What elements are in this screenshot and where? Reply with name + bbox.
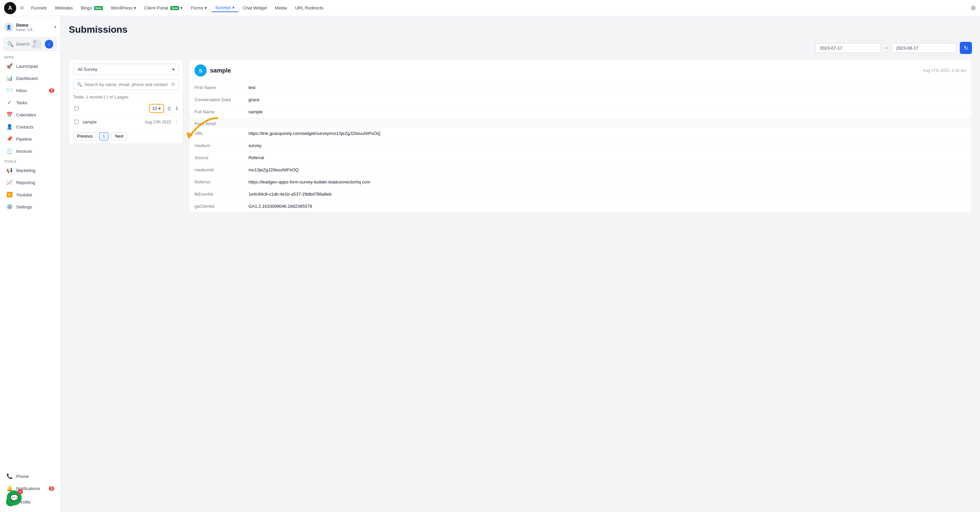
calendars-icon: 📅 <box>6 112 13 118</box>
sidebar-item-inbox[interactable]: ✉️ Inbox 0 <box>2 85 58 96</box>
inbox-icon: ✉️ <box>6 87 13 93</box>
page-title: Submissions <box>69 24 972 35</box>
nav-item-url-redirects[interactable]: URL Redirects <box>292 4 327 12</box>
two-panel: All Survey ▾ 🔍 ⚙ Totals: 1 records | 1 o… <box>69 59 972 212</box>
field-key: Conversation Data <box>189 94 243 106</box>
refresh-button[interactable]: ↻ <box>960 42 972 54</box>
field-value: grace <box>243 94 972 106</box>
sidebar-item-calendars[interactable]: 📅 Calendars <box>2 109 58 120</box>
settings-icon: ⚙️ <box>6 204 13 210</box>
tasks-icon: ✓ <box>6 99 13 105</box>
nav-item-media[interactable]: Media <box>272 4 290 12</box>
nav-item-chat-widget[interactable]: Chat Widget <box>239 4 270 12</box>
left-panel: All Survey ▾ 🔍 ⚙ Totals: 1 records | 1 o… <box>69 59 183 144</box>
contacts-icon: 👤 <box>6 124 13 130</box>
page-field-key: Source <box>189 152 243 164</box>
sidebar-item-settings[interactable]: ⚙️ Settings <box>2 201 58 212</box>
detail-row: Conversation Data grace <box>189 94 972 106</box>
tools-section-label: Tools <box>0 157 60 164</box>
gear-icon[interactable]: ⚙ <box>970 5 976 12</box>
select-all-checkbox[interactable] <box>73 106 80 111</box>
sidebar-item-marketing[interactable]: 📢 Marketing <box>2 164 58 176</box>
chevron-down-icon: ▾ <box>172 67 175 72</box>
reporting-icon: 📈 <box>6 179 13 185</box>
nav-item-forms[interactable]: Forms ▾ <box>188 4 210 12</box>
per-page-select[interactable]: 10 ▾ <box>149 104 164 113</box>
blogs-new-badge: New <box>94 6 103 10</box>
sidebar-search[interactable]: 🔍 Search ⌘ K ↑ <box>3 37 57 51</box>
date-end-input[interactable] <box>892 43 957 53</box>
filter-icon[interactable]: ⚙ <box>171 81 175 87</box>
upload-button[interactable]: ↑ <box>45 40 53 49</box>
youtube-icon: ▶️ <box>6 191 13 198</box>
nav-item-websites[interactable]: Websites <box>52 4 76 12</box>
page-detail-label: Page detail <box>189 118 972 128</box>
sidebar-item-youtube[interactable]: ▶️ Youtube <box>2 189 58 200</box>
page-field-value: https://link.goacquirely.com/widget/surv… <box>243 128 972 140</box>
main-content: Submissions → ↻ All Survey ▾ 🔍 ⚙ <box>61 16 980 512</box>
marketing-icon: 📢 <box>6 167 13 173</box>
date-range-bar: → ↻ <box>69 42 972 54</box>
pipeline-icon: 📌 <box>6 136 13 142</box>
detail-row: URL https://link.goacquirely.com/widget/… <box>189 128 972 140</box>
table-row[interactable]: sample Aug 17th 2023 ⋮ <box>69 115 183 129</box>
row-date: Aug 17th 2023 <box>145 120 171 124</box>
sidebar-item-pipeline[interactable]: 📌 Pipeline <box>2 133 58 145</box>
page-field-key: mediumId <box>189 164 243 176</box>
client-portal-new-badge: New <box>170 6 179 10</box>
page-detail-table: URL https://link.goacquirely.com/widget/… <box>189 128 972 212</box>
row-menu-icon[interactable]: ⋮ <box>173 119 179 125</box>
sidebar-item-launchpad[interactable]: 🚀 Launchpad <box>2 61 58 72</box>
previous-button[interactable]: Previous <box>73 132 96 140</box>
chevron-down-icon: ▾ <box>158 106 161 111</box>
sidebar-item-contacts[interactable]: 👤 Contacts <box>2 121 58 132</box>
top-nav: A ≡ Funnels Websites Blogs New WordPress… <box>0 0 980 16</box>
invoices-icon: 🧾 <box>6 148 13 154</box>
detail-table: First Name test Conversation Data grace … <box>189 81 972 118</box>
chat-icon: 💬 <box>10 494 19 502</box>
user-location: Irvine, CA <box>16 28 52 32</box>
phone-icon: 📞 <box>6 473 13 479</box>
sidebar-item-phone[interactable]: 📞 Phone <box>2 471 58 482</box>
search-icon: 🔍 <box>77 82 82 87</box>
sidebar-user[interactable]: 👤 Demo Irvine, CA ▾ <box>0 19 60 35</box>
detail-timestamp: Aug 17th 2023, 2:18 am <box>923 68 966 73</box>
right-panel: S sample Aug 17th 2023, 2:18 am First Na… <box>189 59 972 212</box>
detail-row: First Name test <box>189 81 972 94</box>
page-field-key: fbEventId <box>189 188 243 200</box>
detail-header: S sample Aug 17th 2023, 2:18 am <box>189 60 972 81</box>
search-bar: 🔍 ⚙ <box>73 79 179 90</box>
delete-button[interactable]: 🗑 <box>167 105 172 111</box>
page-field-value: GA1.2.1633099046.1682385578 <box>243 200 972 212</box>
nav-item-client-portal[interactable]: Client Portal New ▾ <box>141 4 186 12</box>
chat-fab[interactable]: 💬 5 <box>7 490 22 505</box>
hamburger-icon[interactable]: ≡ <box>20 5 24 11</box>
next-button[interactable]: Next <box>111 132 127 140</box>
field-value: sample <box>243 106 972 118</box>
notifications-badge: 5 <box>49 486 54 491</box>
row-checkbox[interactable] <box>73 120 80 124</box>
date-start-input[interactable] <box>816 43 881 53</box>
detail-row: mediumId mo13jeZgJ20euuNIPsOQ <box>189 164 972 176</box>
detail-name: sample <box>210 67 920 74</box>
search-icon: 🔍 <box>7 41 14 47</box>
sidebar-item-invoices[interactable]: 🧾 Invoices <box>2 145 58 157</box>
nav-item-surveys[interactable]: Surveys ▾ <box>212 4 238 12</box>
sidebar-item-reporting[interactable]: 📈 Reporting <box>2 177 58 188</box>
nav-item-funnels[interactable]: Funnels <box>28 4 50 12</box>
download-button[interactable]: ⬇ <box>175 105 179 112</box>
page-field-value: Referral <box>243 152 972 164</box>
nav-item-blogs[interactable]: Blogs New <box>78 4 106 12</box>
nav-item-wordpress[interactable]: WordPress ▾ <box>108 4 140 12</box>
survey-select[interactable]: All Survey ▾ <box>73 64 179 75</box>
field-key: Full Name <box>189 106 243 118</box>
page-field-value: mo13jeZgJ20euuNIPsOQ <box>243 164 972 176</box>
sidebar-item-tasks[interactable]: ✓ Tasks <box>2 97 58 108</box>
chat-badge: 5 <box>18 489 23 494</box>
detail-row: Source Referral <box>189 152 972 164</box>
search-input[interactable] <box>84 82 169 87</box>
row-name: sample <box>83 120 145 124</box>
page-1-button[interactable]: 1 <box>99 132 109 140</box>
sidebar-item-dashboard[interactable]: 📊 Dashboard <box>2 72 58 84</box>
detail-row: fbEventId 1e4c94c8-c1db-4e1b-a537-29dbd7… <box>189 188 972 200</box>
